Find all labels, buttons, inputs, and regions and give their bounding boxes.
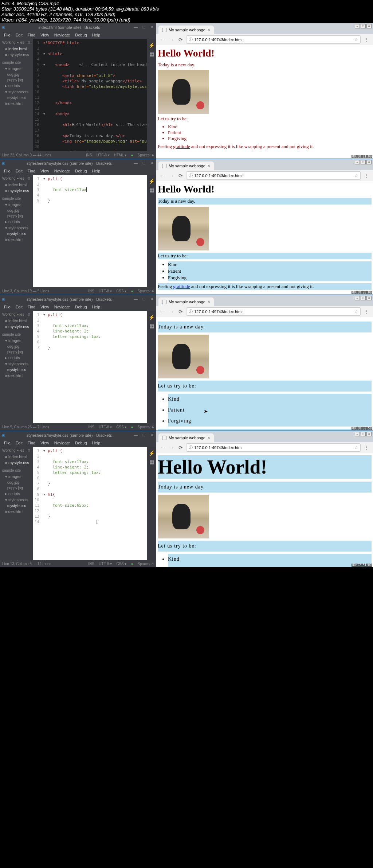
project-section[interactable]: sample-site [0,467,33,474]
folder-scripts[interactable]: ▸ scripts [0,491,33,497]
encoding[interactable]: UTF-8 ▾ [99,425,112,429]
project-section[interactable]: sample-site [0,331,33,338]
lang-mode[interactable]: CSS ▾ [116,425,126,429]
ins-indicator[interactable]: INS [88,289,94,293]
menu-help[interactable]: Help [90,168,103,174]
close-button[interactable]: × [148,295,156,303]
forward-button[interactable]: → [168,173,175,179]
file-index-tree[interactable]: index.html [0,101,33,106]
working-file-index[interactable]: index.html [0,454,33,460]
forward-button[interactable]: → [168,37,175,43]
working-file-mystyle[interactable]: mystyle.css [0,324,33,330]
menu-help[interactable]: Help [90,304,103,310]
file-dog[interactable]: dog.jpg [0,208,33,213]
folder-images[interactable]: ▾ images [0,338,33,344]
win-min[interactable]: – [355,24,360,28]
menu-view[interactable]: View [38,168,52,174]
extensions-icon[interactable]: ▦ [149,459,154,465]
win-close[interactable]: × [366,160,372,164]
menu-view[interactable]: View [38,304,52,310]
close-button[interactable]: × [148,23,156,31]
close-button[interactable]: × [148,159,156,167]
win-max[interactable]: □ [361,160,366,164]
menu-find[interactable]: Find [25,168,38,174]
reload-button[interactable]: ⟳ [177,37,184,43]
live-preview-icon[interactable]: ⚡ [149,178,155,184]
tab-close-icon[interactable]: × [208,27,210,32]
folder-stylesheets[interactable]: ▾ stylesheets [0,89,33,95]
menu-debug[interactable]: Debug [72,440,89,446]
lang-mode[interactable]: CSS ▾ [116,289,126,293]
address-field[interactable]: ⓘ 127.0.0.1:49743/index.html ☆ [186,171,361,180]
bookmark-icon[interactable]: ☆ [354,309,358,314]
forward-button[interactable]: → [168,309,175,315]
code-content[interactable]: ▾ p,li { font-size:17px; line-height: 2;… [42,311,147,423]
menu-navigate[interactable]: Navigate [52,304,72,310]
menu-edit[interactable]: Edit [13,440,25,446]
live-preview-icon[interactable]: ⚡ [149,450,155,456]
spaces[interactable]: Spaces: 4 [138,562,154,566]
working-files-header[interactable]: Working Files⚙ [0,175,33,182]
minimize-button[interactable]: — [132,431,140,439]
win-close[interactable]: × [366,296,372,300]
tab-close-icon[interactable]: × [208,299,210,304]
minimize-button[interactable]: — [132,23,140,31]
file-puppy[interactable]: puppy.jpg [0,77,33,83]
working-files-header[interactable]: Working Files⚙ [0,447,33,454]
file-mystyle[interactable]: mystyle.css [0,503,33,509]
browser-tab[interactable]: My sample webpage × [158,26,214,34]
folder-scripts[interactable]: ▸ scripts [0,355,33,361]
back-button[interactable]: ← [158,445,166,451]
win-max[interactable]: □ [361,24,366,28]
working-file-index[interactable]: index.html [0,318,33,324]
win-min[interactable]: – [355,432,360,436]
ins-indicator[interactable]: INS [88,562,94,566]
browser-menu-icon[interactable]: ⋮ [363,445,371,451]
menu-debug[interactable]: Debug [72,32,89,38]
live-preview-icon[interactable]: ⚡ [149,42,155,48]
menu-help[interactable]: Help [90,32,103,38]
encoding[interactable]: UTF-8 ▾ [99,289,112,293]
extensions-icon[interactable]: ▦ [149,51,154,57]
win-close[interactable]: × [366,24,372,28]
lint-indicator[interactable]: ● [131,153,133,157]
folder-images[interactable]: ▾ images [0,66,33,72]
lang-mode[interactable]: HTML ▾ [114,153,127,157]
menu-file[interactable]: File [1,304,13,310]
extensions-icon[interactable]: ▦ [149,323,154,329]
working-file-mystyle[interactable]: mystyle.css [0,460,33,466]
folder-stylesheets[interactable]: ▾ stylesheets [0,361,33,367]
code-content[interactable]: ▾ p,li { font-size:17px } [42,175,147,287]
browser-menu-icon[interactable]: ⋮ [363,309,371,315]
address-field[interactable]: ⓘ 127.0.0.1:49743/index.html ☆ [186,307,361,316]
gratitude-link[interactable]: gratitude [173,284,190,289]
close-button[interactable]: × [148,431,156,439]
file-puppy[interactable]: puppy.jpg [0,349,33,355]
lint-indicator[interactable]: ● [131,425,133,429]
address-field[interactable]: ⓘ 127.0.0.1:49743/index.html ☆ [186,443,361,452]
code-editor[interactable]: 1234567 ▾ p,li { font-size:17px; line-he… [33,311,147,423]
browser-tab[interactable]: My sample webpage × [158,433,214,442]
lint-indicator[interactable]: ● [131,562,133,566]
tab-close-icon[interactable]: × [208,435,210,440]
code-content[interactable]: <!DOCTYPE html> ▾ <html> ▾ <head> <!-- C… [42,39,147,151]
file-dog[interactable]: dog.jpg [0,480,33,485]
menu-find[interactable]: Find [25,32,38,38]
extensions-icon[interactable]: ▦ [149,187,154,193]
working-file-mystyle[interactable]: mystyle.css [0,188,33,194]
working-file-mystyle[interactable]: mystyle.css [0,52,33,58]
address-field[interactable]: ⓘ 127.0.0.1:49743/index.html ☆ [186,35,361,44]
folder-scripts[interactable]: ▸ scripts [0,83,33,89]
bookmark-icon[interactable]: ☆ [354,173,358,178]
spaces[interactable]: Spaces: 4 [138,153,154,157]
forward-button[interactable]: → [168,445,175,451]
back-button[interactable]: ← [158,173,166,179]
spaces[interactable]: Spaces: 4 [138,289,154,293]
working-file-index[interactable]: index.html [0,46,33,52]
menu-navigate[interactable]: Navigate [52,168,72,174]
file-index-tree[interactable]: index.html [0,237,33,242]
browser-menu-icon[interactable]: ⋮ [363,173,371,179]
menu-view[interactable]: View [38,32,52,38]
file-dog[interactable]: dog.jpg [0,344,33,349]
win-close[interactable]: × [366,432,372,436]
